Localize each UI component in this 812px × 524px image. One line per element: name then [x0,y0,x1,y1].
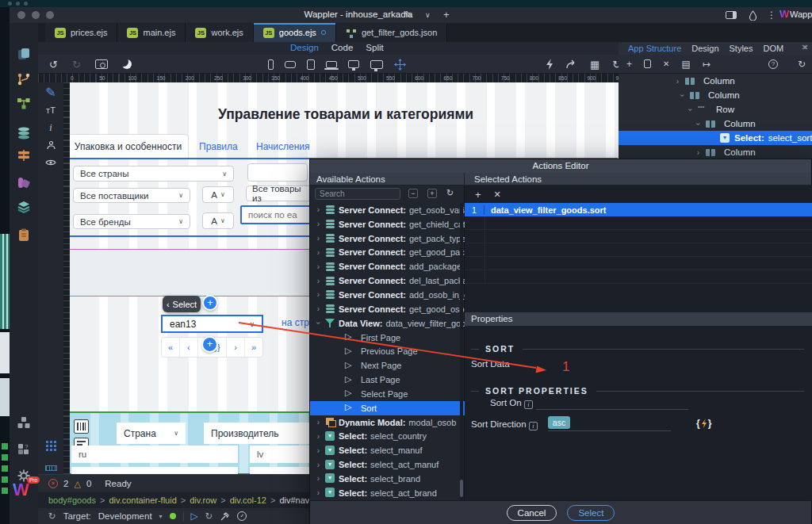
expand-chevron-icon[interactable] [315,432,322,441]
reload-icon[interactable]: ↻ [205,511,213,522]
action-item[interactable]: Server Connect: add_package [310,259,465,273]
page-prev-button[interactable]: ‹ [179,338,197,357]
layers-icon[interactable] [17,200,31,214]
empty-field[interactable] [247,163,308,182]
action-item[interactable]: Select: select_manuf [310,443,465,457]
action-item[interactable]: Select: select_brand [310,472,465,486]
styles-palette-icon[interactable] [17,176,31,190]
sort-on-field[interactable] [536,409,688,410]
breadcrumb-segment[interactable]: div.container-fluid [109,495,176,505]
expand-chevron-icon[interactable] [315,262,322,271]
add-action-icon[interactable]: + [475,189,481,201]
tree-item[interactable]: Column [619,117,812,131]
goods-source-box[interactable]: Все товары из [246,186,314,201]
screenshot-camera-icon[interactable] [95,59,108,69]
duplicate-icon[interactable] [644,59,651,68]
action-item[interactable]: Server Connect: add_osob_in_good [310,288,465,302]
expand-chevron-icon[interactable] [315,319,322,327]
theme-droplet-icon[interactable] [749,10,757,21]
grid-toggle-icon[interactable] [38,438,63,453]
table-cell-ru[interactable]: ru [71,446,238,463]
visibility-eye-icon[interactable] [38,155,63,170]
more-menu-icon[interactable]: ⋮ [767,7,776,23]
file-tab[interactable]: JS goods.ejs [254,23,336,42]
validate-check-icon[interactable]: ✓ [237,511,247,521]
tab-design[interactable]: Design [691,44,718,53]
sort-direction-value-chip[interactable]: asc [548,416,570,429]
warning-icon[interactable]: △ [74,479,80,489]
breadcrumb-segment[interactable]: > [100,495,105,505]
dark-mode-moon-icon[interactable] [122,59,132,69]
traffic-lights[interactable] [17,11,54,19]
add-element-plus-icon[interactable]: + [202,295,218,311]
action-item[interactable]: Select: select_act_brand [310,486,465,500]
cancel-button[interactable]: Cancel [507,505,557,521]
expand-chevron-icon[interactable] [315,488,322,497]
accessibility-person-icon[interactable] [38,137,63,153]
sort-select[interactable]: ean13∨ [161,315,263,333]
action-item[interactable]: Server Connect: del_last_package [310,273,465,288]
move-resize-icon[interactable] [394,59,406,71]
clipboard-tasks-icon[interactable] [17,228,31,242]
undo-icon[interactable]: ↺ [49,59,58,71]
file-tab[interactable]: JS main.ejs [117,23,186,42]
info-icon[interactable]: i [524,400,533,409]
ruler-toggle-icon[interactable] [38,460,63,476]
brand-sort-dropdown[interactable]: А∨ [202,212,234,229]
breadcrumb-segment[interactable]: div.col-12 [230,495,266,505]
ean-search-input[interactable] [240,205,313,224]
page-last-button[interactable]: » [244,338,262,357]
file-tab[interactable]: JS work.ejs [186,23,253,42]
run-play-icon[interactable]: ▷ [191,511,198,522]
action-item[interactable]: First Page [310,331,465,345]
action-item[interactable]: Server Connect: get_osob_variants [310,203,465,217]
delete-element-icon[interactable]: ✕ [663,59,669,68]
move-into-icon[interactable]: ↦ [703,59,710,70]
database-icon[interactable] [17,126,31,140]
expand-chevron-icon[interactable] [315,418,322,426]
select-button[interactable]: Select [567,505,615,521]
expand-chevron-icon[interactable] [315,248,322,257]
action-item[interactable]: Select: select_act_manuf [310,457,465,472]
expand-chevron-icon[interactable] [695,120,702,128]
edit-pencil-icon[interactable]: ✎ [38,84,63,100]
project-dropdown-icon[interactable]: ∨ [425,7,431,23]
actions-editor-title[interactable]: Actions Editor [310,159,811,173]
panel-toggle-icon[interactable] [726,11,737,19]
library-icon[interactable]: ▤ [681,59,690,70]
chevron-down-icon[interactable]: ▾ [159,513,163,520]
table-header-country[interactable]: Страна∨ [117,423,186,444]
brand-dropdown[interactable]: Все бренды∨ [73,214,190,229]
tab-styles[interactable]: Styles [730,44,753,53]
refresh-tree-icon[interactable]: ↻ [798,59,806,70]
remove-action-icon[interactable]: ✕ [494,189,501,200]
tree-item[interactable]: Select: select_sort [619,131,812,145]
desktop-device-icon[interactable] [348,60,359,68]
action-item[interactable]: Next Page [310,358,465,373]
action-item[interactable]: Server Connect: get_chield_categori [310,217,465,231]
redo-icon[interactable]: ↻ [72,59,81,71]
view-mode-design[interactable]: Design [290,43,319,52]
expand-chevron-icon[interactable] [687,105,694,114]
expand-chevron-icon[interactable] [695,148,702,157]
breadcrumb-segment[interactable]: > [270,495,275,505]
breadcrumb-segment[interactable]: > [181,495,186,505]
tree-item[interactable]: Column [619,88,812,102]
sort-direction-field[interactable] [548,430,671,431]
add-element-plus-icon[interactable]: + [201,336,218,353]
text-format-icon[interactable]: тT [38,102,63,118]
info-icon[interactable]: i [529,422,538,430]
view-mode-split[interactable]: Split [366,43,383,52]
signpost-icon[interactable] [17,148,31,163]
expand-chevron-icon[interactable] [315,220,322,228]
view-mode-code[interactable]: Code [331,43,354,52]
breadcrumb-segment[interactable]: body#goods [48,495,96,505]
action-item[interactable]: Previous Page [310,344,465,358]
action-item[interactable]: Sort [310,401,465,415]
actions-search-input[interactable] [315,188,400,200]
table-cell-lv[interactable]: lv [250,446,313,463]
expand-chevron-icon[interactable] [315,474,322,483]
expand-chevron-icon[interactable] [315,290,322,299]
rename-pencil-icon[interactable]: ✎ [404,7,412,23]
table-header-manufacturer[interactable]: Производитель [204,423,312,444]
